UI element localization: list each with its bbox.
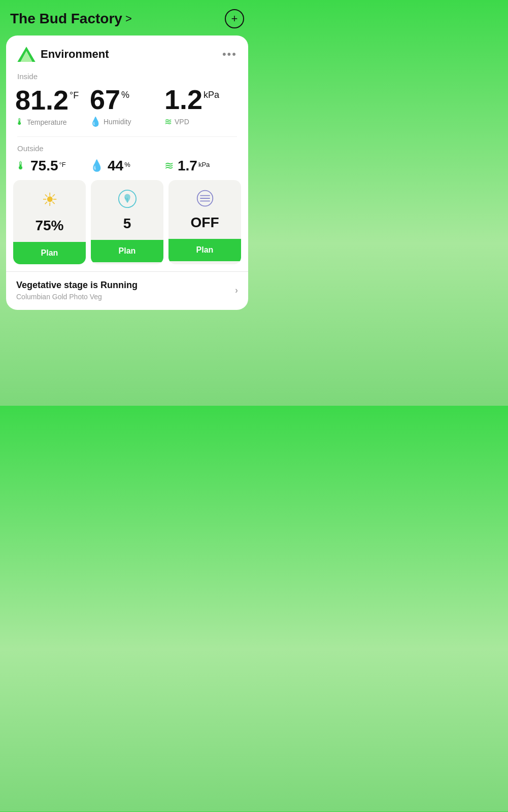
inside-label: Inside xyxy=(6,70,248,84)
thermometer-icon: 🌡 xyxy=(15,117,24,127)
stage-row[interactable]: Vegetative stage is Running Columbian Go… xyxy=(6,272,248,310)
plant-cycle-icon xyxy=(118,189,137,208)
outside-temp-unit: °F xyxy=(59,161,66,168)
stage-subtitle: Columbian Gold Photo Veg xyxy=(16,293,138,301)
light-card-body: ☀ 75% xyxy=(13,180,86,242)
light-control-card[interactable]: ☀ 75% Plan xyxy=(13,180,86,264)
light-value: 75% xyxy=(35,218,63,234)
light-plan-button[interactable]: Plan xyxy=(13,242,86,264)
controls-row: ☀ 75% Plan 5 Plan xyxy=(6,180,248,271)
plant-card-body: 5 xyxy=(91,180,163,240)
app-title: The Bud Factory xyxy=(10,11,122,27)
outside-temp-value: 75.5 xyxy=(30,159,58,173)
vpd-off-value: OFF xyxy=(191,215,219,231)
header-title-group[interactable]: The Bud Factory > xyxy=(10,11,132,27)
brand-logo-icon xyxy=(17,47,36,62)
outside-humidity: 💧 44 % xyxy=(90,159,164,173)
inside-humidity-value: 67 xyxy=(90,86,120,113)
outside-humidity-icon: 💧 xyxy=(90,159,104,172)
stage-chevron-icon: › xyxy=(235,285,238,296)
inside-temp-value: 81.2 xyxy=(15,86,69,114)
stage-info: Vegetative stage is Running Columbian Go… xyxy=(16,280,138,301)
inside-temperature: 81.2 °F 🌡 Temperature xyxy=(15,86,90,127)
inside-vpd-unit: kPa xyxy=(204,90,219,100)
outside-humidity-value: 44 xyxy=(108,159,123,173)
plant-plan-button[interactable]: Plan xyxy=(91,240,163,262)
outside-thermometer-icon: 🌡 xyxy=(15,159,26,172)
environment-card: Environment ••• Inside 81.2 °F 🌡 Tempera… xyxy=(6,36,248,310)
vpd-circle-icon xyxy=(196,189,214,207)
sun-icon: ☀ xyxy=(42,189,58,210)
outside-label: Outside xyxy=(6,142,248,156)
vpd-control-card[interactable]: OFF Plan xyxy=(168,180,241,264)
inside-humidity: 67 % 💧 Humidity xyxy=(90,86,164,127)
inside-temp-label: Temperature xyxy=(27,118,67,126)
inside-vpd: 1.2 kPa ≋ VPD xyxy=(164,86,239,127)
inside-vpd-label: VPD xyxy=(175,118,189,126)
card-header: Environment ••• xyxy=(6,36,248,70)
inside-humidity-label: Humidity xyxy=(104,118,131,126)
card-title: Environment xyxy=(41,48,109,61)
plant-value: 5 xyxy=(123,216,131,232)
outside-vpd-unit: kPa xyxy=(198,161,210,168)
vpd-plan-button[interactable]: Plan xyxy=(168,239,241,261)
stage-title: Vegetative stage is Running xyxy=(16,280,138,291)
plant-control-card[interactable]: 5 Plan xyxy=(91,180,163,264)
add-button[interactable]: + xyxy=(225,9,244,28)
inside-humidity-unit: % xyxy=(121,90,129,100)
outside-metrics-row: 🌡 75.5 °F 💧 44 % ≋ 1.7 kPa xyxy=(6,156,248,180)
vpd-icon: ≋ xyxy=(164,116,172,127)
add-icon: + xyxy=(231,12,238,25)
header-chevron-icon: > xyxy=(125,12,132,25)
header: The Bud Factory > + xyxy=(0,0,254,36)
outside-temperature: 🌡 75.5 °F xyxy=(15,159,90,173)
inside-outside-divider xyxy=(17,136,237,137)
outside-vpd-icon: ≋ xyxy=(164,159,174,172)
inside-temp-unit: °F xyxy=(70,90,79,101)
inside-vpd-value: 1.2 xyxy=(164,86,202,113)
vpd-card-body: OFF xyxy=(168,180,241,239)
card-header-left: Environment xyxy=(17,47,109,62)
inside-metrics-row: 81.2 °F 🌡 Temperature 67 % 💧 Humidity 1.… xyxy=(6,84,248,129)
outside-vpd-value: 1.7 xyxy=(178,159,197,173)
outside-vpd: ≋ 1.7 kPa xyxy=(164,159,239,173)
outside-humidity-unit: % xyxy=(124,161,130,168)
more-options-button[interactable]: ••• xyxy=(222,48,237,61)
humidity-icon: 💧 xyxy=(90,116,101,127)
